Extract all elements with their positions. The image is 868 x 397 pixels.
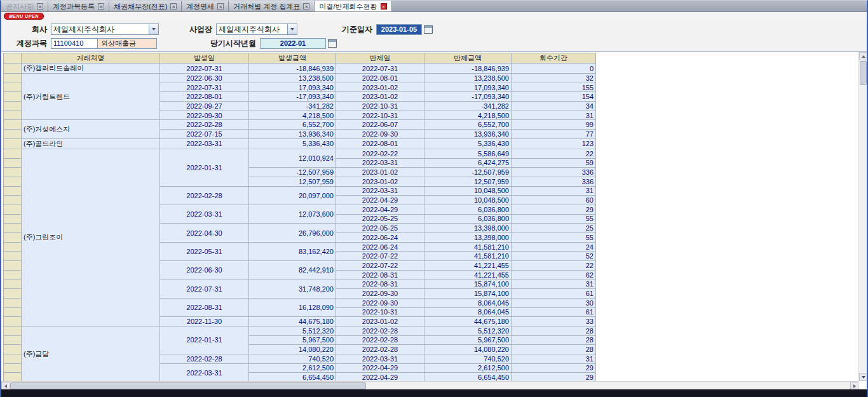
settlement-amount-cell[interactable]: -17,093,340 bbox=[424, 92, 512, 102]
customer-name-cell[interactable]: (주)거성에스지 bbox=[22, 120, 160, 138]
row-selector[interactable] bbox=[4, 92, 22, 102]
row-selector[interactable] bbox=[4, 158, 22, 168]
tab-close-icon[interactable]: × bbox=[303, 3, 309, 10]
occurrence-date-cell[interactable]: 2022-11-30 bbox=[160, 317, 249, 326]
settlement-date-cell[interactable]: 2022-09-30 bbox=[336, 289, 424, 299]
row-selector[interactable] bbox=[4, 111, 22, 120]
occurrence-amount-cell[interactable]: 740,520 bbox=[249, 354, 336, 363]
occurrence-date-cell[interactable]: 2022-01-31 bbox=[160, 149, 249, 186]
occurrence-date-cell[interactable]: 2022-09-27 bbox=[160, 102, 249, 111]
occurrence-date-cell[interactable]: 2022-03-31 bbox=[160, 363, 249, 382]
column-header[interactable]: 반제금액 bbox=[424, 53, 512, 64]
settlement-amount-cell[interactable]: -18,846,939 bbox=[424, 64, 512, 74]
settlement-date-cell[interactable]: 2022-05-25 bbox=[336, 224, 424, 233]
settlement-date-cell[interactable]: 2022-10-31 bbox=[336, 111, 424, 120]
scroll-right-icon[interactable] bbox=[850, 382, 858, 389]
occurrence-amount-cell[interactable]: 16,128,090 bbox=[249, 298, 336, 316]
settlement-amount-cell[interactable]: 17,093,340 bbox=[424, 83, 512, 92]
collection-days-cell[interactable]: 59 bbox=[512, 158, 596, 168]
settlement-date-cell[interactable]: 2022-02-28 bbox=[336, 326, 424, 335]
collection-days-cell[interactable]: 55 bbox=[512, 214, 596, 224]
settlement-date-cell[interactable]: 2023-01-02 bbox=[336, 177, 424, 186]
occurrence-amount-cell[interactable]: 13,238,500 bbox=[249, 74, 336, 83]
row-selector[interactable] bbox=[4, 83, 22, 92]
collection-days-cell[interactable]: 29 bbox=[512, 363, 596, 373]
occurrence-amount-cell[interactable]: 13,936,340 bbox=[249, 130, 336, 139]
column-header[interactable]: 발생금액 bbox=[249, 53, 336, 64]
collection-days-cell[interactable]: 61 bbox=[512, 289, 596, 299]
table-row[interactable]: (주)거성에스지2022-02-286,552,7002022-06-076,5… bbox=[4, 120, 596, 130]
chevron-down-icon[interactable] bbox=[149, 24, 158, 34]
row-selector[interactable] bbox=[4, 242, 22, 252]
table-row[interactable]: (주)골드라인2022-03-315,336,4302022-08-015,33… bbox=[4, 138, 596, 149]
row-selector[interactable] bbox=[4, 261, 22, 271]
settlement-amount-cell[interactable]: 13,238,500 bbox=[424, 74, 512, 83]
occurrence-date-cell[interactable]: 2022-08-01 bbox=[160, 92, 249, 102]
collection-days-cell[interactable]: 25 bbox=[512, 224, 596, 233]
row-selector[interactable] bbox=[4, 289, 22, 299]
scroll-up-icon[interactable] bbox=[859, 52, 867, 60]
settlement-amount-cell[interactable]: -12,507,959 bbox=[424, 168, 512, 177]
settlement-amount-cell[interactable]: 41,221,455 bbox=[424, 270, 512, 279]
collection-days-cell[interactable]: 155 bbox=[512, 83, 596, 92]
settlement-amount-cell[interactable]: 8,064,045 bbox=[424, 307, 512, 317]
occurrence-amount-cell[interactable]: -18,846,939 bbox=[249, 64, 336, 74]
tab-close-icon[interactable]: × bbox=[98, 3, 104, 10]
settlement-date-cell[interactable]: 2022-04-29 bbox=[336, 205, 424, 214]
occurrence-amount-cell[interactable]: 82,442,910 bbox=[249, 261, 336, 279]
collection-days-cell[interactable]: 22 bbox=[512, 261, 596, 271]
base-date-input[interactable] bbox=[376, 24, 422, 35]
customer-name-cell[interactable]: (주)그린조이 bbox=[22, 149, 160, 326]
settlement-amount-cell[interactable]: 15,874,100 bbox=[424, 289, 512, 299]
occurrence-date-cell[interactable]: 2022-02-28 bbox=[160, 120, 249, 130]
settlement-amount-cell[interactable]: 5,512,320 bbox=[424, 326, 512, 335]
column-header[interactable]: 반제일 bbox=[336, 53, 424, 64]
menu-open-button[interactable]: MENU OPEN bbox=[4, 13, 44, 20]
settlement-amount-cell[interactable]: 13,398,000 bbox=[424, 233, 512, 243]
collection-days-cell[interactable]: 28 bbox=[512, 345, 596, 354]
tab-2[interactable]: 계정과목등록× bbox=[48, 1, 109, 11]
occurrence-date-cell[interactable]: 2022-02-28 bbox=[160, 186, 249, 205]
occurrence-date-cell[interactable]: 2022-06-30 bbox=[160, 74, 249, 83]
row-selector[interactable] bbox=[4, 177, 22, 186]
settlement-date-cell[interactable]: 2023-01-02 bbox=[336, 92, 424, 102]
settlement-amount-cell[interactable]: 5,336,430 bbox=[424, 138, 512, 149]
occurrence-amount-cell[interactable]: 5,336,430 bbox=[249, 138, 336, 149]
occurrence-date-cell[interactable]: 2022-02-28 bbox=[160, 354, 249, 363]
occurrence-amount-cell[interactable]: 44,675,180 bbox=[249, 317, 336, 326]
occurrence-amount-cell[interactable]: 26,796,000 bbox=[249, 224, 336, 242]
occurrence-amount-cell[interactable]: 12,010,924 bbox=[249, 149, 336, 167]
settlement-date-cell[interactable]: 2022-09-30 bbox=[336, 298, 424, 307]
occurrence-amount-cell[interactable]: 6,552,700 bbox=[249, 120, 336, 130]
collection-days-cell[interactable]: 99 bbox=[512, 120, 596, 130]
settlement-amount-cell[interactable]: 44,675,180 bbox=[424, 317, 512, 326]
collection-days-cell[interactable]: 34 bbox=[512, 102, 596, 111]
table-row[interactable]: (주)그린조이2022-01-3112,010,9242022-02-225,5… bbox=[4, 149, 596, 158]
customer-name-cell[interactable]: (주)금담 bbox=[22, 326, 160, 382]
settlement-amount-cell[interactable]: 41,581,210 bbox=[424, 252, 512, 261]
row-selector[interactable] bbox=[4, 224, 22, 233]
settlement-date-cell[interactable]: 2023-01-02 bbox=[336, 168, 424, 177]
settlement-amount-cell[interactable]: 740,520 bbox=[424, 354, 512, 363]
settlement-date-cell[interactable]: 2022-06-07 bbox=[336, 120, 424, 130]
collection-days-cell[interactable]: 31 bbox=[512, 186, 596, 196]
row-selector[interactable] bbox=[4, 74, 22, 83]
settlement-date-cell[interactable]: 2022-08-01 bbox=[336, 74, 424, 83]
occurrence-amount-cell[interactable]: -12,507,959 bbox=[249, 168, 336, 177]
account-code-input[interactable] bbox=[51, 38, 98, 49]
settlement-date-cell[interactable]: 2022-10-31 bbox=[336, 307, 424, 317]
company-select[interactable]: 제일제지주식회사 bbox=[51, 24, 159, 35]
occurrence-date-cell[interactable]: 2022-03-31 bbox=[160, 205, 249, 223]
collection-days-cell[interactable]: 28 bbox=[512, 335, 596, 345]
occurrence-amount-cell[interactable]: 12,507,959 bbox=[249, 177, 336, 186]
settlement-date-cell[interactable]: 2022-04-29 bbox=[336, 363, 424, 373]
collection-days-cell[interactable]: 31 bbox=[512, 354, 596, 363]
collection-days-cell[interactable]: 77 bbox=[512, 130, 596, 139]
row-selector[interactable] bbox=[4, 307, 22, 317]
settlement-date-cell[interactable]: 2022-07-31 bbox=[336, 64, 424, 74]
settlement-amount-cell[interactable]: 6,552,700 bbox=[424, 120, 512, 130]
row-selector[interactable] bbox=[4, 335, 22, 345]
period-start-input[interactable] bbox=[260, 38, 326, 49]
settlement-amount-cell[interactable]: 41,221,455 bbox=[424, 261, 512, 271]
tab-3[interactable]: 채권채무장(전표)× bbox=[109, 1, 182, 11]
